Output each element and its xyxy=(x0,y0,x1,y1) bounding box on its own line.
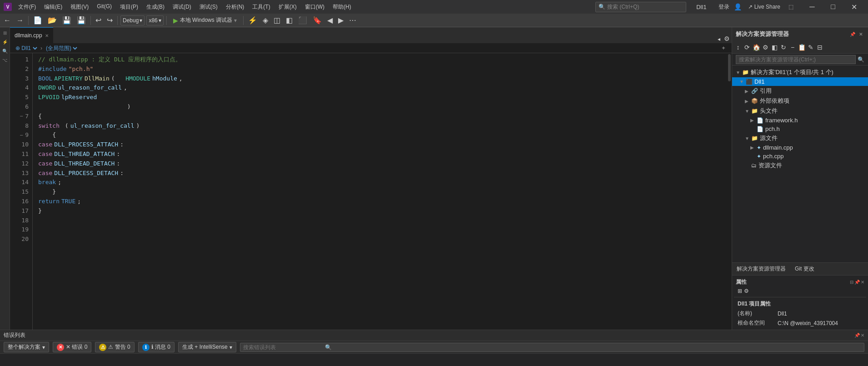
save-all-button[interactable]: 💾 xyxy=(75,15,88,25)
menu-test[interactable]: 测试(S) xyxy=(196,2,221,12)
se-refresh2-btn[interactable]: ↻ xyxy=(779,43,788,51)
se-settings-btn[interactable]: ⚙ xyxy=(761,43,769,51)
se-tab-solution[interactable]: 解决方案资源管理器 xyxy=(732,263,790,275)
se-dllmain-item[interactable]: ▶ ✦ dllmain.cpp xyxy=(732,143,868,152)
el-close-icon[interactable]: ✕ xyxy=(861,333,864,338)
se-sources-item[interactable]: ▼ 📁 源文件 xyxy=(732,133,868,143)
scope-dropdown[interactable]: 整个解决方案 ▾ xyxy=(4,342,49,352)
menu-git[interactable]: Git(G) xyxy=(93,2,115,12)
back-button[interactable]: ← xyxy=(2,15,13,25)
performance-button[interactable]: ⚡ xyxy=(246,15,259,25)
se-framework-item[interactable]: ▶ 📄 framework.h xyxy=(732,116,868,125)
se-pch-h-item[interactable]: 📄 pch.h xyxy=(732,125,868,133)
next-bookmark[interactable]: ▶ xyxy=(336,15,345,25)
el-search-box[interactable]: 🔍 xyxy=(240,343,864,352)
config-dropdown[interactable]: Debug ▾ xyxy=(120,15,145,25)
search-placeholder: 搜索 (Ctrl+Q) xyxy=(607,3,639,11)
se-filter-btn[interactable]: ◧ xyxy=(770,43,778,51)
menu-analyze[interactable]: 分析(N) xyxy=(222,2,248,12)
close-button[interactable]: ✕ xyxy=(843,0,864,14)
fold-btn-9[interactable]: ─ xyxy=(19,133,24,138)
props-settings-icon[interactable]: ⚙ xyxy=(744,288,749,294)
scrollbar-thumb[interactable] xyxy=(728,54,731,81)
code-editor[interactable]: // dllmain.cpp : 定义 DLL 应用程序的入口点。 #inclu… xyxy=(33,53,727,330)
menu-project[interactable]: 项目(P) xyxy=(116,2,142,12)
error-filter[interactable]: ✕ ✕ 错误 0 xyxy=(53,342,91,352)
toolbar-btn-d[interactable]: ⬛ xyxy=(296,15,309,25)
se-home-btn[interactable]: 🏠 xyxy=(752,43,760,51)
props-sort-icon[interactable]: ⊞ xyxy=(738,288,742,294)
toolbar-btn-c[interactable]: ◧ xyxy=(284,15,294,25)
menu-edit[interactable]: 编辑(E) xyxy=(40,2,66,12)
redo-button[interactable]: ↪ xyxy=(105,15,115,25)
editor-breadcrumb: ⊕ Dll1 › (全局范围) ＋ xyxy=(10,43,732,53)
fold-btn-7[interactable]: ─ xyxy=(19,114,24,119)
sep5 xyxy=(243,16,244,25)
platform-dropdown[interactable]: x86 ▾ xyxy=(146,15,163,25)
login-button[interactable]: 登录 xyxy=(717,3,731,11)
se-search-input[interactable] xyxy=(736,55,856,64)
toolbar-btn-b[interactable]: ◫ xyxy=(272,15,282,25)
el-search-input[interactable] xyxy=(243,344,325,351)
gutter-icon-1[interactable]: ⊞ xyxy=(1,29,9,36)
build-filter[interactable]: 生成 + IntelliSense ▾ xyxy=(178,342,236,352)
forward-button[interactable]: → xyxy=(15,15,25,25)
se-sync-btn[interactable]: ↕ xyxy=(734,43,742,51)
save-button[interactable]: 💾 xyxy=(60,15,73,25)
menu-help[interactable]: 帮助(H) xyxy=(329,2,355,12)
se-resources-label: 资源文件 xyxy=(758,161,782,170)
prev-bookmark[interactable]: ◀ xyxy=(325,15,334,25)
gutter-icon-3[interactable]: 🔍 xyxy=(1,47,9,55)
toolbar-btn-e[interactable]: ⋯ xyxy=(347,15,358,25)
live-share-button[interactable]: ↗ Live Share xyxy=(744,3,784,11)
info-filter[interactable]: ℹ ℹ 消息 0 xyxy=(138,342,175,352)
tab-close-icon[interactable]: ✕ xyxy=(45,33,49,38)
breadcrumb-add-icon[interactable]: ＋ xyxy=(719,43,728,53)
menu-extensions[interactable]: 扩展(X) xyxy=(275,2,300,12)
menu-build[interactable]: 生成(B) xyxy=(143,2,168,12)
run-button[interactable]: ▶ 本地 Windows 调试器 ▾ xyxy=(170,15,240,25)
se-extdeps-item[interactable]: ▶ 📦 外部依赖项 xyxy=(732,96,868,106)
toolbar-btn-a[interactable]: ◈ xyxy=(261,15,270,25)
se-resources-item[interactable]: 🗂 资源文件 xyxy=(732,160,868,170)
new-file-button[interactable]: 📄 xyxy=(31,15,44,25)
undo-button[interactable]: ↩ xyxy=(94,15,103,25)
global-search-box[interactable]: 🔍 搜索 (Ctrl+Q) xyxy=(595,2,686,12)
breadcrumb-right-select[interactable]: (全局范围) xyxy=(44,45,79,52)
minimize-button[interactable]: ─ xyxy=(802,0,823,14)
menu-window[interactable]: 窗口(W) xyxy=(301,2,328,12)
tab-scroll-left[interactable]: ◂ xyxy=(716,35,722,43)
menu-file[interactable]: 文件(F) xyxy=(15,2,40,12)
se-references-item[interactable]: ▶ 🔗 引用 xyxy=(732,86,868,96)
se-headers-item[interactable]: ▼ 📁 头文件 xyxy=(732,106,868,116)
open-button[interactable]: 📂 xyxy=(46,15,59,25)
tab-add[interactable]: ⚙ xyxy=(722,34,732,43)
prop-label-name: (名称) xyxy=(738,310,774,317)
menu-view[interactable]: 视图(V) xyxy=(67,2,92,12)
se-pch-h-icon: 📄 xyxy=(757,126,763,132)
code-line-10: { xyxy=(38,130,722,140)
error-list: 错误列表 📌 ✕ 整个解决方案 ▾ ✕ ✕ 错误 0 ⚠ ⚠ 警告 0 ℹ ℹ … xyxy=(0,330,868,366)
se-pin2-btn[interactable]: ✎ xyxy=(807,43,815,51)
gutter-icon-2[interactable]: ⚡ xyxy=(1,38,9,45)
editor-tab-dllmain[interactable]: dllmain.cpp ✕ xyxy=(10,27,53,43)
menu-tools[interactable]: 工具(T) xyxy=(249,2,274,12)
editor-scrollbar[interactable] xyxy=(727,53,732,330)
warning-filter[interactable]: ⚠ ⚠ 警告 0 xyxy=(95,342,134,352)
se-collapse-btn[interactable]: − xyxy=(788,43,797,51)
se-props-btn[interactable]: 📋 xyxy=(798,43,806,51)
restore-button[interactable]: □ xyxy=(823,0,843,14)
gutter-icon-4[interactable]: ⌥ xyxy=(1,56,9,64)
info-label: ℹ 消息 0 xyxy=(151,343,170,351)
se-minus-btn[interactable]: ⊟ xyxy=(816,43,824,51)
se-close-icon[interactable]: ✕ xyxy=(857,30,864,38)
se-pch-cpp-item[interactable]: ✦ pch.cpp xyxy=(732,152,868,160)
menu-debug[interactable]: 调试(D) xyxy=(169,2,195,12)
se-solution-item[interactable]: ▼ 📁 解决方案'Dll1'(1 个项目/共 1 个) xyxy=(732,67,868,77)
se-refresh-btn[interactable]: ⟳ xyxy=(743,43,751,51)
bookmark-button[interactable]: 🔖 xyxy=(311,15,324,25)
se-tab-git[interactable]: Git 更改 xyxy=(790,263,819,275)
se-project-item[interactable]: ▼ ⬛ Dll1 xyxy=(732,77,868,86)
breadcrumb-left-select[interactable]: ⊕ Dll1 xyxy=(14,45,39,52)
se-pin-icon[interactable]: 📌 xyxy=(849,30,856,38)
